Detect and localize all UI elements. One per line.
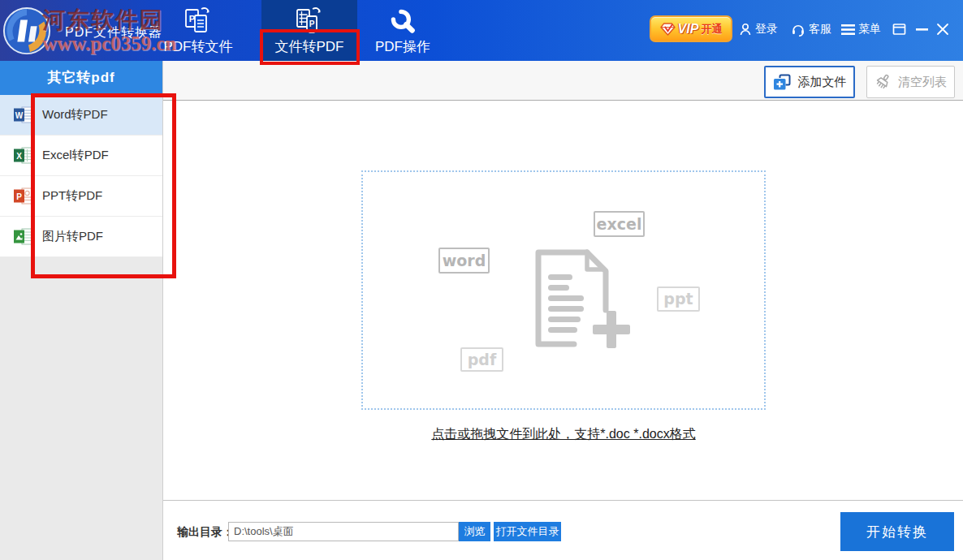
sidebar-background xyxy=(0,257,162,560)
wrench-icon xyxy=(387,6,418,37)
vip-button[interactable]: VIP 开通 xyxy=(650,15,732,42)
vip-label-strong: VIP xyxy=(678,22,699,37)
app-window: PDF文件转换器 P PDF转文件 P xyxy=(0,0,963,560)
tab-label: 文件转PDF xyxy=(261,37,357,56)
service-label: 客服 xyxy=(809,22,831,37)
svg-text:P: P xyxy=(189,14,195,24)
sidebar-item-label: Excel转PDF xyxy=(42,148,109,163)
tab-label: PDF转文件 xyxy=(149,37,247,56)
app-title: PDF文件转换器 xyxy=(65,24,162,41)
main-toolbar: 添加文件 清空列表 xyxy=(163,61,963,101)
minimize-button[interactable] xyxy=(916,28,928,31)
vip-gem-icon xyxy=(660,22,676,36)
sidebar-item-label: PPT转PDF xyxy=(42,188,102,204)
clear-list-button[interactable]: 清空列表 xyxy=(866,66,955,98)
dropzone-caption: 点击或拖拽文件到此处，支持*.doc *.docx格式 xyxy=(361,426,766,443)
tab-label: PDF操作 xyxy=(354,37,451,56)
app-logo xyxy=(2,6,52,56)
sidebar-item-image-to-pdf[interactable]: 图片转PDF xyxy=(0,217,162,257)
restore-window-button[interactable] xyxy=(892,23,906,36)
clear-list-label: 清空列表 xyxy=(898,75,947,90)
headset-icon xyxy=(791,23,805,37)
close-button[interactable] xyxy=(936,23,949,36)
tab-file-to-pdf[interactable]: P 文件转PDF xyxy=(261,0,357,61)
login-label: 登录 xyxy=(755,22,778,37)
add-file-button[interactable]: 添加文件 xyxy=(764,66,855,98)
add-file-icon xyxy=(773,74,792,91)
svg-text:P: P xyxy=(309,19,315,28)
sidebar-divider xyxy=(162,61,163,560)
image-icon xyxy=(14,228,33,245)
word-icon: W xyxy=(14,106,33,123)
ppt-icon: P xyxy=(14,187,33,205)
footer-bar: 输出目录： 浏览 打开文件目录 开始转换 xyxy=(163,500,963,560)
format-tag-word: word xyxy=(438,248,490,274)
tab-pdf-operations[interactable]: PDF操作 xyxy=(354,0,451,61)
sidebar-item-label: Word转PDF xyxy=(42,107,108,123)
svg-text:X: X xyxy=(16,152,22,161)
svg-text:P: P xyxy=(16,192,22,201)
sidebar-header: 其它转pdf xyxy=(0,61,162,95)
hamburger-icon xyxy=(841,24,855,36)
tab-pdf-to-file[interactable]: P PDF转文件 xyxy=(149,0,247,61)
login-button[interactable]: 登录 xyxy=(739,22,778,37)
menu-button[interactable]: 菜单 xyxy=(841,22,881,37)
sidebar-item-ppt-to-pdf[interactable]: P PPT转PDF xyxy=(0,176,162,217)
sidebar-item-word-to-pdf[interactable]: W Word转PDF xyxy=(0,95,162,136)
broom-icon xyxy=(874,74,892,91)
user-icon xyxy=(739,23,752,37)
start-convert-button[interactable]: 开始转换 xyxy=(840,512,954,551)
open-directory-button[interactable]: 打开文件目录 xyxy=(494,522,561,541)
svg-text:W: W xyxy=(15,111,24,120)
sidebar-item-label: 图片转PDF xyxy=(42,229,103,244)
pdf-to-file-icon: P xyxy=(182,6,214,37)
service-button[interactable]: 客服 xyxy=(791,22,831,37)
output-dir-input[interactable] xyxy=(228,522,459,541)
output-dir-label: 输出目录： xyxy=(177,525,234,540)
add-document-icon xyxy=(522,245,631,354)
vip-label-rest: 开通 xyxy=(701,22,722,37)
format-tag-pdf: pdf xyxy=(460,347,503,372)
file-to-pdf-icon: P xyxy=(293,6,326,37)
menu-label: 菜单 xyxy=(858,22,881,37)
title-bar: PDF文件转换器 P PDF转文件 P xyxy=(0,0,963,61)
add-file-label: 添加文件 xyxy=(798,75,847,90)
excel-icon: X xyxy=(14,147,33,164)
format-tag-excel: excel xyxy=(594,211,645,237)
browse-button[interactable]: 浏览 xyxy=(459,522,490,541)
sidebar-item-excel-to-pdf[interactable]: X Excel转PDF xyxy=(0,136,162,176)
format-tag-ppt: ppt xyxy=(657,286,700,312)
